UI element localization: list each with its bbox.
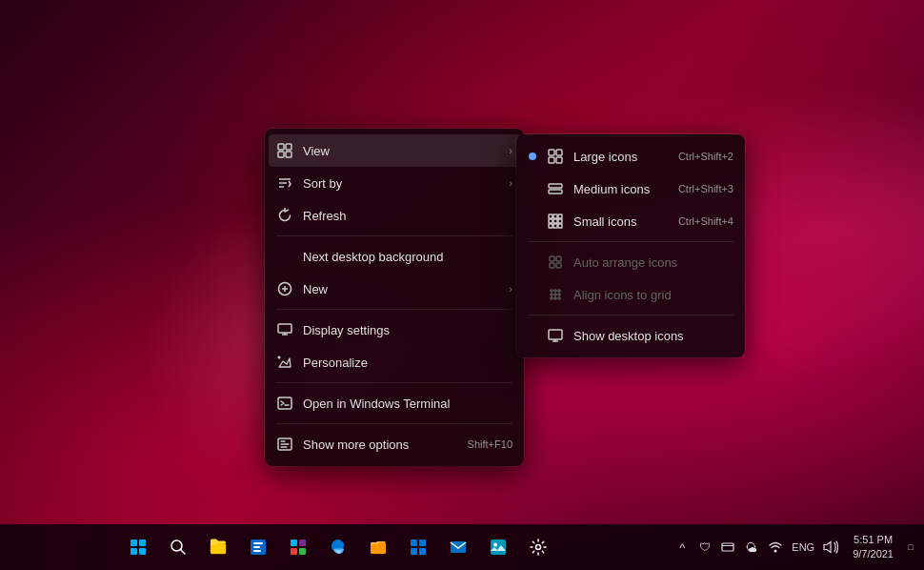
medium-icons-shortcut: Ctrl+Shift+3 <box>678 183 733 194</box>
notification-button[interactable]: □ <box>905 530 916 564</box>
svg-point-72 <box>535 545 540 550</box>
svg-rect-0 <box>278 144 284 150</box>
clock[interactable]: 5:51 PM 9/7/2021 <box>845 524 901 570</box>
menu-item-refresh[interactable]: Refresh <box>265 199 524 232</box>
display-icon <box>276 321 293 338</box>
start-button[interactable] <box>121 530 155 564</box>
svg-rect-52 <box>139 548 146 555</box>
svg-rect-4 <box>549 150 554 155</box>
clock-time: 5:51 PM <box>854 533 893 547</box>
svg-point-75 <box>774 550 777 553</box>
separator-1 <box>276 235 512 236</box>
context-menu: View › Large icons Ctrl+Shift+2 <box>265 129 524 466</box>
edge-button[interactable] <box>321 530 355 564</box>
windows-security-icon[interactable]: 🛡 <box>694 530 715 564</box>
svg-rect-13 <box>549 219 552 223</box>
separator-2 <box>276 309 512 310</box>
svg-rect-51 <box>131 548 137 555</box>
svg-rect-21 <box>550 263 554 268</box>
tiles-button[interactable] <box>401 530 435 564</box>
menu-item-view[interactable]: View › Large icons Ctrl+Shift+2 <box>269 134 520 167</box>
show-desktop-icons-icon <box>547 327 564 344</box>
menu-item-next-bg-label: Next desktop background <box>303 250 443 264</box>
search-button[interactable] <box>161 530 195 564</box>
svg-rect-49 <box>131 539 137 546</box>
network-wifi-icon[interactable] <box>765 530 786 564</box>
new-icon <box>276 280 293 297</box>
medium-icons-icon <box>547 180 564 197</box>
menu-item-sort[interactable]: Sort by › <box>265 167 524 199</box>
photos-button[interactable] <box>481 530 515 564</box>
ribbon-button[interactable] <box>241 530 275 564</box>
submenu-auto-arrange[interactable]: Auto arrange icons <box>516 246 745 278</box>
svg-rect-17 <box>553 224 557 228</box>
folder-button[interactable] <box>361 530 395 564</box>
personalize-icon <box>276 354 293 371</box>
menu-item-personalize[interactable]: Personalize <box>265 346 524 378</box>
svg-rect-29 <box>549 330 562 339</box>
svg-rect-57 <box>253 542 263 544</box>
menu-item-new-label: New <box>303 282 328 296</box>
small-icons-label: Small icons <box>573 214 636 229</box>
svg-rect-9 <box>549 190 562 193</box>
menu-item-terminal[interactable]: Open in Windows Terminal <box>265 387 524 419</box>
view-arrow-icon: › <box>509 145 512 156</box>
svg-rect-63 <box>299 548 306 555</box>
network-icon[interactable] <box>717 530 738 564</box>
sort-arrow-icon: › <box>509 177 512 189</box>
tray-icons: ^ 🛡 🌤 <box>672 530 761 564</box>
mail-button[interactable] <box>441 530 475 564</box>
separator-4 <box>276 423 512 424</box>
svg-rect-22 <box>556 263 561 268</box>
menu-item-sort-label: Sort by <box>303 176 342 191</box>
submenu-sep1 <box>528 241 733 242</box>
svg-rect-69 <box>451 541 466 553</box>
svg-line-54 <box>180 550 185 555</box>
chevron-up-icon[interactable]: ^ <box>672 530 693 564</box>
svg-rect-43 <box>278 397 291 409</box>
svg-rect-14 <box>553 219 557 223</box>
taskbar-icons <box>8 530 668 564</box>
svg-rect-60 <box>291 539 297 546</box>
system-tray: ^ 🛡 🌤 ENG <box>672 524 916 570</box>
svg-point-71 <box>493 543 497 547</box>
view-submenu: Large icons Ctrl+Shift+2 Medium icons Ct… <box>516 134 745 357</box>
more-options-shortcut: Shift+F10 <box>468 438 512 450</box>
tray-right: ENG <box>765 530 841 564</box>
weather-icon[interactable]: 🌤 <box>740 530 761 564</box>
menu-item-display[interactable]: Display settings <box>265 314 524 346</box>
svg-rect-20 <box>556 256 561 261</box>
language-indicator[interactable]: ENG <box>788 541 818 553</box>
submenu-medium-icons[interactable]: Medium icons Ctrl+Shift+3 <box>516 173 745 205</box>
svg-rect-59 <box>253 550 261 552</box>
menu-item-refresh-label: Refresh <box>303 209 347 223</box>
next-bg-spacer <box>276 248 293 265</box>
speaker-icon[interactable] <box>820 530 841 564</box>
align-grid-label: Align icons to grid <box>573 288 672 302</box>
store-button[interactable] <box>281 530 315 564</box>
menu-item-more-options[interactable]: Show more options Shift+F10 <box>265 428 524 460</box>
align-grid-icon <box>547 286 564 303</box>
svg-rect-5 <box>556 150 562 155</box>
submenu-show-desktop-icons[interactable]: Show desktop icons <box>516 319 745 352</box>
submenu-large-icons[interactable]: Large icons Ctrl+Shift+2 <box>516 140 745 173</box>
small-icons-shortcut: Ctrl+Shift+4 <box>678 215 733 227</box>
medium-icons-label: Medium icons <box>573 182 650 196</box>
settings-button[interactable] <box>521 530 555 564</box>
large-icons-label: Large icons <box>573 150 637 164</box>
menu-item-new[interactable]: New › <box>265 273 524 305</box>
svg-rect-8 <box>549 184 562 188</box>
menu-item-personalize-label: Personalize <box>303 356 368 370</box>
submenu-align-grid[interactable]: Align icons to grid <box>516 278 745 311</box>
svg-rect-12 <box>558 214 562 218</box>
submenu-sep2 <box>528 315 733 316</box>
svg-rect-67 <box>411 548 417 555</box>
file-explorer-button[interactable] <box>201 530 235 564</box>
submenu-small-icons[interactable]: Small icons Ctrl+Shift+4 <box>516 205 745 237</box>
svg-rect-62 <box>291 548 297 555</box>
menu-item-next-bg[interactable]: Next desktop background <box>265 240 524 273</box>
menu-item-view-label: View <box>303 144 330 158</box>
sort-icon <box>276 174 293 192</box>
svg-rect-73 <box>722 543 733 551</box>
svg-rect-58 <box>253 546 260 548</box>
